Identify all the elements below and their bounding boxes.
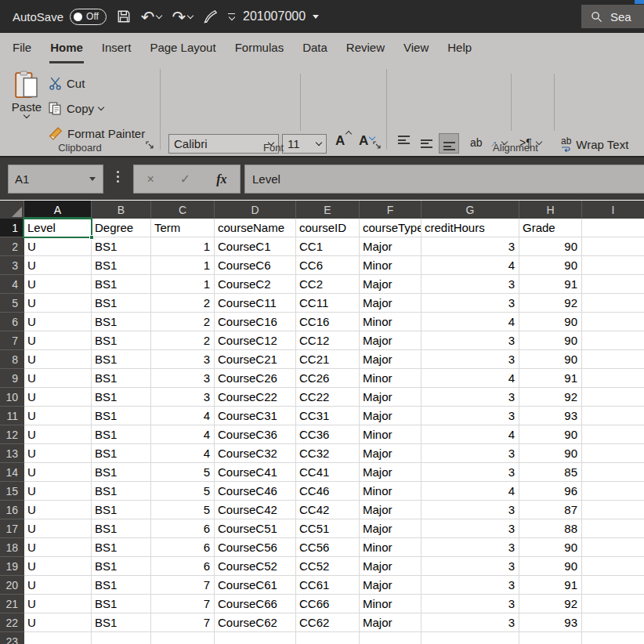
cell-D6[interactable]: CourseC16 [215,313,296,331]
cell-H7[interactable]: 90 [519,331,582,350]
cell-E11[interactable]: CC31 [296,407,360,425]
cell-C3[interactable]: 1 [151,256,215,275]
cell-H19[interactable]: 90 [519,557,582,576]
cell-I13[interactable] [582,444,644,463]
cell-F12[interactable]: Minor [360,425,421,444]
cell-E9[interactable]: CC26 [296,369,360,388]
font-dialog-launcher[interactable] [373,139,382,153]
cell-H8[interactable]: 90 [519,350,582,369]
formula-input[interactable]: Level [244,165,644,194]
cell-F8[interactable]: Major [360,350,421,369]
tab-page-layout[interactable]: Page Layout [140,33,225,64]
row-header-13[interactable]: 13 [0,444,24,463]
cell-I20[interactable] [582,576,644,595]
cell-G12[interactable]: 4 [421,425,519,444]
cell-E23[interactable] [296,632,360,644]
cell-G17[interactable]: 3 [421,519,519,538]
cell-D3[interactable]: CourseC6 [215,256,296,275]
row-header-9[interactable]: 9 [0,369,24,388]
cell-G3[interactable]: 4 [421,256,519,275]
cell-G22[interactable]: 3 [421,613,519,632]
column-header-I[interactable]: I [582,201,644,219]
cell-C7[interactable]: 2 [151,331,215,350]
cell-F22[interactable]: Major [360,613,421,632]
cell-C17[interactable]: 6 [151,519,215,538]
cell-H21[interactable]: 92 [519,595,582,613]
column-header-A[interactable]: A [24,201,92,219]
cell-B8[interactable]: BS1 [92,350,151,369]
cell-I15[interactable] [582,482,644,501]
cell-E3[interactable]: CC6 [296,256,360,275]
cell-G21[interactable]: 3 [421,595,519,613]
cell-E12[interactable]: CC36 [296,425,360,444]
cell-D4[interactable]: CourseC2 [215,275,296,294]
cell-A18[interactable]: U [24,538,92,557]
cell-G20[interactable]: 3 [421,576,519,595]
cell-B16[interactable]: BS1 [92,501,151,519]
cell-C10[interactable]: 3 [151,388,215,407]
row-header-12[interactable]: 12 [0,425,24,444]
cell-H9[interactable]: 91 [519,369,582,388]
cell-E16[interactable]: CC42 [296,501,360,519]
cell-H4[interactable]: 91 [519,275,582,294]
cell-E10[interactable]: CC22 [296,388,360,407]
row-header-18[interactable]: 18 [0,538,24,557]
cell-H3[interactable]: 90 [519,256,582,275]
cell-B18[interactable]: BS1 [92,538,151,557]
row-header-2[interactable]: 2 [0,237,24,256]
cell-I5[interactable] [582,294,644,313]
cell-D9[interactable]: CourseC26 [215,369,296,388]
cell-I8[interactable] [582,350,644,369]
cell-D7[interactable]: CourseC12 [215,331,296,350]
cell-F20[interactable]: Major [360,576,421,595]
cell-H23[interactable] [519,632,582,644]
cell-H14[interactable]: 85 [519,463,582,482]
cell-A3[interactable]: U [24,256,92,275]
cell-A22[interactable]: U [24,613,92,632]
paste-button[interactable]: Paste [8,71,45,118]
cell-F7[interactable]: Major [360,331,421,350]
cell-C5[interactable]: 2 [151,294,215,313]
cell-F14[interactable]: Major [360,463,421,482]
tab-help[interactable]: Help [438,33,481,64]
cell-F16[interactable]: Major [360,501,421,519]
row-header-6[interactable]: 6 [0,313,24,331]
cell-F23[interactable] [360,632,421,644]
cell-I4[interactable] [582,275,644,294]
cell-D8[interactable]: CourseC21 [215,350,296,369]
select-all-corner[interactable] [0,201,24,219]
cell-C13[interactable]: 4 [151,444,215,463]
cell-A1[interactable]: Level [24,219,92,237]
cell-F18[interactable]: Minor [360,538,421,557]
cell-C22[interactable]: 7 [151,613,215,632]
document-title[interactable]: 201007000 [243,0,319,33]
cell-B10[interactable]: BS1 [92,388,151,407]
column-header-F[interactable]: F [360,201,421,219]
cell-C18[interactable]: 6 [151,538,215,557]
cell-C15[interactable]: 5 [151,482,215,501]
cell-I3[interactable] [582,256,644,275]
cell-G16[interactable]: 3 [421,501,519,519]
name-box[interactable]: A1 [8,165,103,194]
cut-button[interactable]: Cut [49,77,85,90]
cell-E7[interactable]: CC12 [296,331,360,350]
cell-H2[interactable]: 90 [519,237,582,256]
cell-B1[interactable]: Degree [92,219,151,237]
cell-D18[interactable]: CourseC56 [215,538,296,557]
cell-G19[interactable]: 3 [421,557,519,576]
cell-A7[interactable]: U [24,331,92,350]
cell-C14[interactable]: 5 [151,463,215,482]
cell-D23[interactable] [215,632,296,644]
cell-D10[interactable]: CourseC22 [215,388,296,407]
cell-H17[interactable]: 88 [519,519,582,538]
cell-E20[interactable]: CC61 [296,576,360,595]
cell-F2[interactable]: Major [360,237,421,256]
tab-file[interactable]: File [3,33,41,64]
cell-F21[interactable]: Minor [360,595,421,613]
cell-G7[interactable]: 3 [421,331,519,350]
cell-F1[interactable]: courseType [360,219,421,237]
cell-A17[interactable]: U [24,519,92,538]
row-header-7[interactable]: 7 [0,331,24,350]
cell-E14[interactable]: CC41 [296,463,360,482]
cell-F17[interactable]: Major [360,519,421,538]
